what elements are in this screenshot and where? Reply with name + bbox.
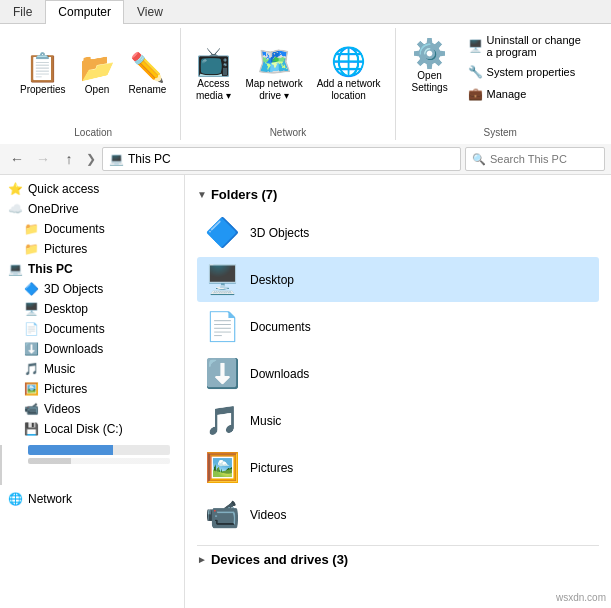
sidebar-item-downloads[interactable]: ⬇️ Downloads (0, 339, 184, 359)
back-button[interactable]: ← (6, 148, 28, 170)
desktop-icon: 🖥️ (24, 302, 39, 316)
search-box[interactable]: 🔍 (465, 147, 605, 171)
folder-pictures-name: Pictures (250, 461, 293, 475)
quick-access-icon: ⭐ (8, 182, 23, 196)
address-path[interactable]: 💻 This PC (102, 147, 461, 171)
open-button[interactable]: 📂 Open (74, 45, 121, 105)
access-media-label: Access media ▾ (196, 78, 231, 102)
folder-item-music[interactable]: 🎵 Music (197, 398, 599, 443)
sidebar-item-quick-access[interactable]: ⭐ Quick access (0, 179, 184, 199)
this-pc-icon: 💻 (8, 262, 23, 276)
drive-bar-area (0, 445, 184, 485)
tab-file[interactable]: File (0, 0, 45, 23)
path-text: This PC (128, 152, 171, 166)
folder-item-desktop[interactable]: 🖥️ Desktop (197, 257, 599, 302)
sidebar-item-local-disk[interactable]: 💾 Local Disk (C:) (0, 419, 184, 439)
search-input[interactable] (490, 153, 598, 165)
system-group-label: System (396, 127, 605, 138)
uninstall-icon: 🖥️ (468, 39, 483, 53)
folder-documents-icon: 📄 (205, 310, 240, 343)
devices-section-header[interactable]: ► Devices and drives (3) (197, 545, 599, 571)
sidebar-item-pictures-od[interactable]: 📁 Pictures (0, 239, 184, 259)
3d-objects-icon: 🔷 (24, 282, 39, 296)
open-settings-button[interactable]: ⚙️ Open Settings (404, 28, 456, 122)
devices-chevron-icon: ► (197, 554, 207, 565)
local-disk-icon: 💾 (24, 422, 39, 436)
open-label: Open (85, 84, 109, 96)
sidebar-item-onedrive[interactable]: ☁️ OneDrive (0, 199, 184, 219)
map-network-button[interactable]: 🗺️ Map network drive ▾ (239, 44, 308, 106)
ribbon-group-items: 📋 Properties 📂 Open ✏️ Rename (14, 28, 172, 122)
system-props-button[interactable]: 🔧 System properties (464, 62, 589, 82)
pictures-label: Pictures (44, 382, 87, 396)
folder-3d-name: 3D Objects (250, 226, 309, 240)
folder-item-videos[interactable]: 📹 Videos (197, 492, 599, 537)
add-network-button[interactable]: 🌐 Add a network location (311, 44, 387, 106)
manage-button[interactable]: 💼 Manage (464, 84, 589, 104)
network-label: Network (28, 492, 72, 506)
search-icon: 🔍 (472, 153, 486, 166)
folders-section-label: Folders (7) (211, 187, 277, 202)
properties-icon: 📋 (25, 54, 60, 82)
uninstall-button[interactable]: 🖥️ Uninstall or change a program (464, 32, 589, 60)
documents-label: Documents (44, 322, 105, 336)
onedrive-label: OneDrive (28, 202, 79, 216)
tab-view[interactable]: View (124, 0, 176, 23)
sidebar-item-3d-objects[interactable]: 🔷 3D Objects (0, 279, 184, 299)
properties-button[interactable]: 📋 Properties (14, 45, 72, 105)
network-icon: 🌐 (8, 492, 23, 506)
folder-videos-name: Videos (250, 508, 286, 522)
computer-icon: 💻 (109, 152, 124, 166)
folder-item-3d-objects[interactable]: 🔷 3D Objects (197, 210, 599, 255)
folder-downloads-name: Downloads (250, 367, 309, 381)
folder-pictures-icon: 🖼️ (205, 451, 240, 484)
map-network-icon: 🗺️ (257, 48, 292, 76)
folder-item-pictures[interactable]: 🖼️ Pictures (197, 445, 599, 490)
add-network-icon: 🌐 (331, 48, 366, 76)
access-media-icon: 📺 (196, 48, 231, 76)
manage-icon: 💼 (468, 87, 483, 101)
sidebar-item-music[interactable]: 🎵 Music (0, 359, 184, 379)
folder-desktop-icon: 🖥️ (205, 263, 240, 296)
folder-documents-name: Documents (250, 320, 311, 334)
rename-icon: ✏️ (130, 54, 165, 82)
pictures-od-label: Pictures (44, 242, 87, 256)
quick-access-label: Quick access (28, 182, 99, 196)
storage-bar-2 (28, 458, 170, 464)
up-button[interactable]: ↑ (58, 148, 80, 170)
path-separator: ❯ (86, 152, 96, 166)
storage-bar (28, 445, 170, 455)
tab-computer[interactable]: Computer (45, 0, 124, 24)
sidebar-item-documents[interactable]: 📄 Documents (0, 319, 184, 339)
ribbon-tabs: File Computer View (0, 0, 611, 24)
folder-videos-icon: 📹 (205, 498, 240, 531)
downloads-label: Downloads (44, 342, 103, 356)
sidebar-item-desktop[interactable]: 🖥️ Desktop (0, 299, 184, 319)
main-area: ⭐ Quick access ☁️ OneDrive 📁 Documents 📁… (0, 175, 611, 608)
rename-button[interactable]: ✏️ Rename (123, 45, 173, 105)
settings-icon: ⚙️ (412, 40, 447, 68)
access-media-button[interactable]: 📺 Access media ▾ (189, 44, 237, 106)
local-disk-label: Local Disk (C:) (44, 422, 123, 436)
folder-item-documents[interactable]: 📄 Documents (197, 304, 599, 349)
sidebar-item-this-pc[interactable]: 💻 This PC (0, 259, 184, 279)
folders-section-header[interactable]: ▼ Folders (7) (197, 183, 599, 206)
folder-3d-icon: 🔷 (205, 216, 240, 249)
onedrive-icon: ☁️ (8, 202, 23, 216)
music-label: Music (44, 362, 75, 376)
add-network-label: Add a network location (317, 78, 381, 102)
folder-item-downloads[interactable]: ⬇️ Downloads (197, 351, 599, 396)
sidebar-item-pictures[interactable]: 🖼️ Pictures (0, 379, 184, 399)
system-props-icon: 🔧 (468, 65, 483, 79)
sidebar-item-network[interactable]: 🌐 Network (0, 489, 184, 509)
sidebar-item-videos[interactable]: 📹 Videos (0, 399, 184, 419)
3d-objects-label: 3D Objects (44, 282, 103, 296)
pictures-od-icon: 📁 (24, 242, 39, 256)
ribbon-network-items: 📺 Access media ▾ 🗺️ Map network drive ▾ … (189, 28, 386, 122)
content-area: ▼ Folders (7) 🔷 3D Objects 🖥️ Desktop 📄 … (185, 175, 611, 608)
videos-icon: 📹 (24, 402, 39, 416)
folder-music-name: Music (250, 414, 281, 428)
videos-label: Videos (44, 402, 80, 416)
forward-button[interactable]: → (32, 148, 54, 170)
sidebar-item-documents-od[interactable]: 📁 Documents (0, 219, 184, 239)
